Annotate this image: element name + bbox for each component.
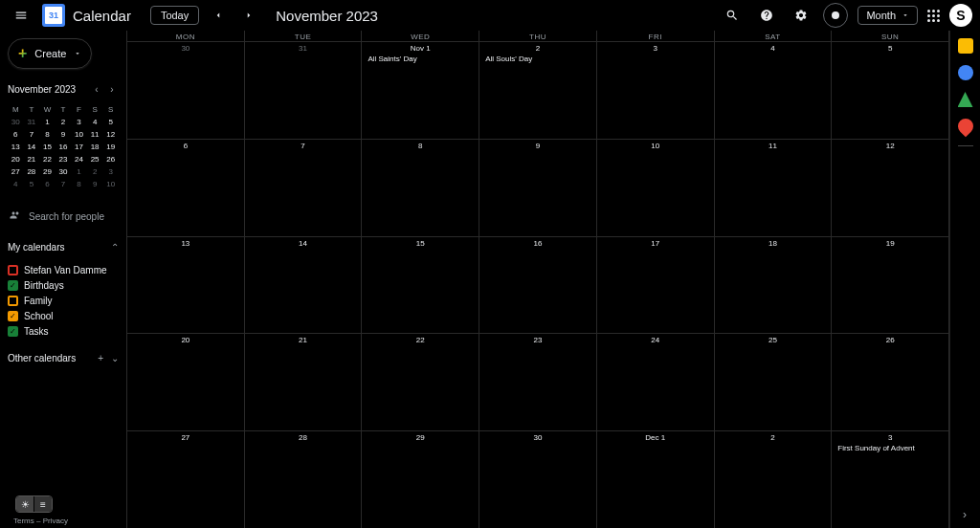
event-chip[interactable]: All Saints' Day <box>366 55 475 63</box>
mini-day-cell[interactable]: 22 <box>39 153 56 165</box>
mini-day-cell[interactable]: 18 <box>87 141 103 153</box>
create-button[interactable]: + Create <box>8 38 92 69</box>
day-cell[interactable]: 5 <box>832 42 949 139</box>
event-chip[interactable]: All Souls' Day <box>483 55 592 63</box>
day-cell[interactable]: 22 <box>362 334 479 430</box>
day-cell[interactable]: 14 <box>245 237 363 334</box>
day-cell[interactable]: 4 <box>715 42 833 139</box>
calendar-checkbox[interactable] <box>8 265 18 275</box>
calendar-checkbox[interactable] <box>8 296 18 306</box>
mini-day-cell[interactable]: 1 <box>39 116 56 128</box>
day-cell[interactable]: 6 <box>127 140 245 236</box>
tasks-addon-button[interactable] <box>958 65 973 80</box>
day-cell[interactable]: 23 <box>479 334 597 430</box>
contacts-addon-button[interactable] <box>958 92 973 107</box>
day-cell[interactable]: 9 <box>479 140 597 236</box>
day-cell[interactable]: 21 <box>245 334 363 430</box>
mini-day-cell[interactable]: 31 <box>24 116 40 128</box>
day-cell[interactable]: 3 <box>597 42 715 139</box>
day-cell[interactable]: 30 <box>127 42 245 139</box>
calendar-item[interactable]: ✓Birthdays <box>8 279 119 292</box>
day-cell[interactable]: 19 <box>832 237 949 334</box>
mini-day-cell[interactable]: 2 <box>56 116 72 128</box>
mini-day-cell[interactable]: 28 <box>24 165 40 178</box>
mini-day-cell[interactable]: 10 <box>71 128 87 141</box>
day-cell[interactable]: 3First Sunday of Advent <box>832 431 949 528</box>
calendar-item[interactable]: ✓School <box>8 310 119 322</box>
mini-day-cell[interactable]: 14 <box>24 141 40 153</box>
mini-day-cell[interactable]: 5 <box>24 178 40 190</box>
day-cell[interactable]: 28 <box>245 431 363 528</box>
hide-side-panel-button[interactable]: › <box>957 507 972 522</box>
mini-day-cell[interactable]: 29 <box>39 165 56 178</box>
day-cell[interactable]: 24 <box>597 334 715 430</box>
day-cell[interactable]: Nov 1All Saints' Day <box>362 42 479 139</box>
mini-day-cell[interactable]: 30 <box>56 165 72 178</box>
mini-day-cell[interactable]: 7 <box>24 128 40 141</box>
main-menu-button[interactable] <box>8 2 34 29</box>
add-other-calendar-button[interactable]: + <box>98 353 103 363</box>
mini-day-cell[interactable]: 27 <box>8 165 24 178</box>
mini-day-cell[interactable]: 19 <box>102 141 119 153</box>
mini-day-cell[interactable]: 16 <box>56 141 72 153</box>
day-cell[interactable]: 15 <box>362 237 479 334</box>
mini-day-cell[interactable]: 25 <box>87 153 103 165</box>
mini-day-cell[interactable]: 20 <box>8 153 24 165</box>
settings-button[interactable] <box>789 3 813 28</box>
day-cell[interactable]: 7 <box>245 140 363 236</box>
search-button[interactable] <box>720 3 745 28</box>
day-cell[interactable]: 29 <box>362 431 479 528</box>
view-selector[interactable]: Month <box>858 6 918 25</box>
mini-day-cell[interactable]: 5 <box>102 116 119 128</box>
mini-day-cell[interactable]: 30 <box>8 116 24 128</box>
next-month-button[interactable] <box>237 4 260 27</box>
mini-day-cell[interactable]: 4 <box>8 178 24 190</box>
mini-day-cell[interactable]: 3 <box>71 116 87 128</box>
mini-prev-button[interactable]: ‹ <box>90 82 103 96</box>
day-cell[interactable]: 18 <box>715 237 833 334</box>
privacy-link[interactable]: Privacy <box>43 517 68 525</box>
mini-day-cell[interactable]: 15 <box>39 141 56 153</box>
support-button[interactable] <box>754 3 779 28</box>
mini-day-cell[interactable]: 6 <box>39 178 56 190</box>
mini-day-cell[interactable]: 8 <box>39 128 56 141</box>
mini-day-cell[interactable]: 23 <box>56 153 72 165</box>
calendar-item[interactable]: Family <box>8 295 119 307</box>
mini-day-cell[interactable]: 8 <box>71 178 87 190</box>
mini-day-cell[interactable]: 4 <box>87 116 103 128</box>
mini-day-cell[interactable]: 12 <box>102 128 119 141</box>
prev-month-button[interactable] <box>207 4 230 27</box>
day-cell[interactable]: 31 <box>245 42 363 139</box>
event-chip[interactable]: First Sunday of Advent <box>835 444 945 452</box>
day-cell[interactable]: 30 <box>479 431 597 528</box>
mini-day-cell[interactable]: 24 <box>71 153 87 165</box>
mini-day-cell[interactable]: 13 <box>8 141 24 153</box>
day-cell[interactable]: 2All Souls' Day <box>479 42 597 139</box>
day-cell[interactable]: 26 <box>832 334 949 430</box>
day-cell[interactable]: Dec 1 <box>597 431 715 528</box>
day-cell[interactable]: 16 <box>479 237 597 334</box>
mini-day-cell[interactable]: 7 <box>56 178 72 190</box>
mini-day-cell[interactable]: 17 <box>71 141 87 153</box>
mini-day-cell[interactable]: 2 <box>87 165 103 178</box>
day-cell[interactable]: 10 <box>597 140 715 236</box>
day-cell[interactable]: 12 <box>832 140 949 236</box>
mini-day-cell[interactable]: 21 <box>24 153 40 165</box>
day-cell[interactable]: 11 <box>715 140 833 236</box>
mini-day-cell[interactable]: 9 <box>87 178 103 190</box>
google-apps-button[interactable] <box>927 10 940 22</box>
light-theme-button[interactable]: ☀ <box>16 496 33 512</box>
day-cell[interactable]: 25 <box>715 334 833 430</box>
terms-link[interactable]: Terms <box>13 517 34 525</box>
calendar-item[interactable]: Stefan Van Damme <box>8 264 119 276</box>
day-cell[interactable]: 13 <box>127 237 245 334</box>
mini-next-button[interactable]: › <box>105 82 119 96</box>
my-calendars-header[interactable]: My calendars ⌃ <box>8 240 119 254</box>
today-button[interactable]: Today <box>150 6 199 25</box>
account-avatar[interactable]: S <box>949 4 972 27</box>
other-calendars-header[interactable]: Other calendars + ⌄ <box>8 353 119 363</box>
mini-day-cell[interactable]: 26 <box>102 153 119 165</box>
dark-mode-toggle[interactable] <box>823 3 848 28</box>
list-theme-button[interactable]: ≡ <box>34 496 52 512</box>
keep-addon-button[interactable] <box>958 38 973 54</box>
